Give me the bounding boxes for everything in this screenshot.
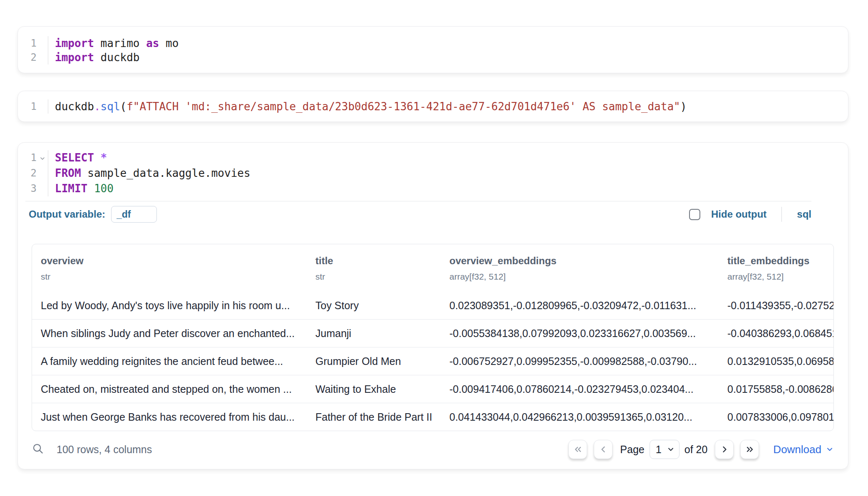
code-editor[interactable]: 1 import marimo as mo 2 import duckdb bbox=[18, 27, 848, 74]
last-page-button[interactable] bbox=[740, 440, 759, 459]
code-token: FROM bbox=[55, 167, 81, 179]
sql-cell-toolbar: Output variable: Hide output sql bbox=[25, 201, 811, 227]
line-gutter: 1 bbox=[18, 36, 48, 50]
cell-title-embeddings: -0.011439355,-0.027525 bbox=[720, 292, 834, 320]
column-dtype: str bbox=[315, 271, 439, 283]
line-gutter: 3 bbox=[18, 181, 48, 196]
code-token: as bbox=[146, 37, 159, 50]
code-token: 100 bbox=[94, 182, 114, 195]
column-dtype: str bbox=[41, 271, 305, 283]
cell-overview-embeddings: -0.0055384138,0.07992093,0.023316627,0.0… bbox=[442, 320, 720, 347]
table-footer: 100 rows, 4 columns Page 1 of 20 bbox=[32, 439, 834, 459]
column-name: title_embeddings bbox=[727, 254, 832, 268]
cell-overview-embeddings: 0.023089351,-0.012809965,-0.03209472,-0.… bbox=[442, 292, 720, 320]
table-row: Cheated on, mistreated and stepped on, t… bbox=[32, 375, 834, 403]
code-token: * bbox=[101, 151, 107, 164]
chevrons-left-icon bbox=[573, 444, 583, 454]
line-gutter: 2 bbox=[18, 50, 48, 64]
cell-overview: Cheated on, mistreated and stepped on, t… bbox=[32, 375, 308, 403]
download-label: Download bbox=[773, 443, 821, 456]
cell-title-embeddings: 0.0132910535,0.069581 bbox=[720, 347, 834, 375]
line-number: 1 bbox=[18, 150, 37, 166]
code-editor[interactable]: 1 SELECT * 2 FROM sample_data.kaggle.mov… bbox=[18, 143, 848, 201]
column-dtype: array[f32, 512] bbox=[727, 271, 832, 283]
table-row: Led by Woody, Andy's toys live happily i… bbox=[32, 292, 834, 320]
search-icon[interactable] bbox=[32, 442, 44, 456]
cell-title: Father of the Bride Part II bbox=[308, 403, 442, 431]
code-token: ( bbox=[120, 100, 127, 113]
page-number-select[interactable]: 1 bbox=[650, 440, 680, 459]
output-variable-label: Output variable: bbox=[29, 208, 105, 220]
line-number: 3 bbox=[18, 181, 37, 196]
code-token: marimo bbox=[94, 37, 146, 50]
line-gutter: 1 bbox=[18, 150, 48, 166]
code-token: LIMIT bbox=[55, 182, 87, 195]
column-name: title bbox=[315, 254, 439, 268]
code-token: mo bbox=[159, 37, 179, 50]
line-number: 1 bbox=[18, 99, 37, 114]
download-button[interactable]: Download bbox=[773, 443, 834, 456]
column-header-title[interactable]: title str bbox=[308, 244, 442, 292]
hide-output-checkbox[interactable] bbox=[689, 209, 700, 220]
code-token bbox=[94, 151, 101, 164]
code-token: ) bbox=[680, 100, 687, 113]
chevron-down-icon bbox=[667, 445, 675, 454]
first-page-button[interactable] bbox=[568, 440, 587, 459]
line-number: 2 bbox=[18, 50, 37, 64]
sql-cell[interactable]: 1 SELECT * 2 FROM sample_data.kaggle.mov… bbox=[17, 142, 848, 469]
page-number-value: 1 bbox=[656, 444, 662, 456]
column-header-overview-embeddings[interactable]: overview_embeddings array[f32, 512] bbox=[442, 244, 720, 292]
chevron-right-icon bbox=[719, 444, 729, 454]
code-line[interactable]: 3 LIMIT 100 bbox=[18, 181, 848, 196]
chevrons-right-icon bbox=[745, 444, 755, 454]
code-line[interactable]: 1 SELECT * bbox=[18, 150, 848, 166]
table-header-row: overview str title str overview_embeddin… bbox=[32, 244, 834, 292]
code-cell-imports[interactable]: 1 import marimo as mo 2 import duckdb bbox=[17, 26, 848, 73]
query-output: overview str title str overview_embeddin… bbox=[18, 227, 848, 459]
code-line[interactable]: 2 import duckdb bbox=[18, 50, 848, 64]
hide-output-label[interactable]: Hide output bbox=[711, 208, 766, 220]
chevron-down-icon bbox=[826, 445, 834, 454]
page-label: Page bbox=[620, 444, 644, 456]
cell-title: Grumpier Old Men bbox=[308, 347, 442, 375]
cell-overview-embeddings: -0.009417406,0.07860214,-0.023279453,0.0… bbox=[442, 375, 720, 403]
code-token bbox=[87, 182, 94, 195]
dataframe-table: overview str title str overview_embeddin… bbox=[32, 244, 834, 431]
page-total-label: of 20 bbox=[684, 444, 708, 456]
output-variable-input[interactable] bbox=[111, 206, 157, 223]
cell-overview: A family wedding reignites the ancient f… bbox=[32, 347, 308, 375]
toolbar-divider bbox=[781, 207, 782, 222]
cell-overview-embeddings: -0.006752927,0.099952355,-0.009982588,-0… bbox=[442, 347, 720, 375]
code-editor[interactable]: 1 duckdb.sql(f"ATTACH 'md:_share/sample_… bbox=[18, 91, 848, 122]
cell-title-embeddings: 0.01755858,-0.0086286 bbox=[720, 375, 834, 403]
code-token: sql bbox=[101, 100, 120, 113]
line-gutter: 1 bbox=[18, 99, 48, 114]
code-line[interactable]: 1 import marimo as mo bbox=[18, 36, 848, 50]
code-line[interactable]: 1 duckdb.sql(f"ATTACH 'md:_share/sample_… bbox=[18, 99, 848, 114]
cell-title-embeddings: 0.007833006,0.097801 bbox=[720, 403, 834, 431]
code-token: duckdb bbox=[55, 100, 94, 113]
cell-title: Toy Story bbox=[308, 292, 442, 320]
previous-page-button[interactable] bbox=[594, 440, 613, 459]
table-row: A family wedding reignites the ancient f… bbox=[32, 347, 834, 375]
cell-overview-embeddings: 0.041433044,0.042966213,0.0039591365,0.0… bbox=[442, 403, 720, 431]
code-token: f"ATTACH 'md:_share/sample_data/23b0d623… bbox=[126, 100, 680, 113]
notebook-page: 1 import marimo as mo 2 import duckdb 1 … bbox=[0, 0, 868, 496]
code-token: import bbox=[55, 51, 94, 64]
cell-title: Waiting to Exhale bbox=[308, 375, 442, 403]
code-token: duckdb bbox=[94, 51, 140, 64]
code-cell-attach[interactable]: 1 duckdb.sql(f"ATTACH 'md:_share/sample_… bbox=[17, 91, 848, 122]
chevron-left-icon bbox=[598, 444, 608, 454]
language-badge-sql[interactable]: sql bbox=[797, 208, 811, 220]
cell-overview: Led by Woody, Andy's toys live happily i… bbox=[32, 292, 308, 320]
fold-chevron-down-icon[interactable] bbox=[37, 150, 48, 166]
column-name: overview bbox=[41, 254, 305, 268]
next-page-button[interactable] bbox=[715, 440, 734, 459]
column-header-title-embeddings[interactable]: title_embeddings array[f32, 512] bbox=[720, 244, 834, 292]
code-token: . bbox=[94, 100, 101, 113]
line-number: 1 bbox=[18, 36, 37, 50]
row-count-summary: 100 rows, 4 columns bbox=[57, 444, 152, 456]
code-line[interactable]: 2 FROM sample_data.kaggle.movies bbox=[18, 166, 848, 181]
column-name: overview_embeddings bbox=[449, 254, 717, 268]
column-header-overview[interactable]: overview str bbox=[32, 244, 308, 292]
